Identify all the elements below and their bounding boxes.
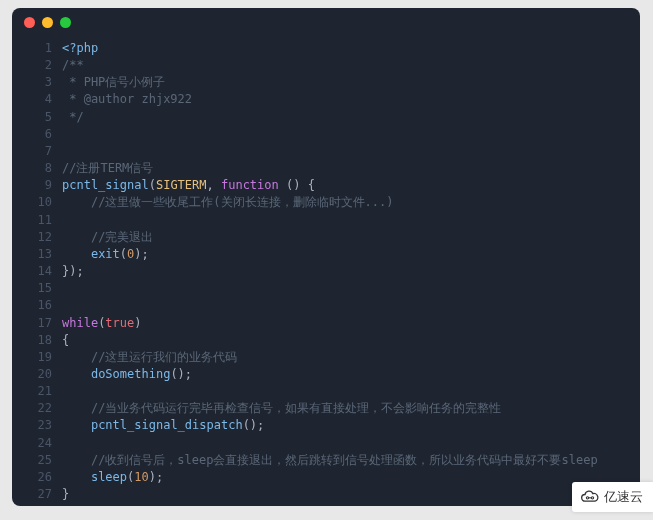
line-number: 27 (12, 486, 62, 503)
code-line: 3 * PHP信号小例子 (12, 74, 640, 91)
code-line: 2/** (12, 57, 640, 74)
line-content: exit(0); (62, 246, 640, 263)
line-content: //这里做一些收尾工作(关闭长连接，删除临时文件...) (62, 194, 640, 211)
line-content (62, 297, 640, 314)
line-content: pcntl_signal_dispatch(); (62, 417, 640, 434)
line-content: * @author zhjx922 (62, 91, 640, 108)
cloud-icon (580, 490, 600, 504)
code-line: 22 //当业务代码运行完毕再检查信号，如果有直接处理，不会影响任务的完整性 (12, 400, 640, 417)
line-content: //当业务代码运行完毕再检查信号，如果有直接处理，不会影响任务的完整性 (62, 400, 640, 417)
line-number: 19 (12, 349, 62, 366)
code-area: 1<?php2/**3 * PHP信号小例子4 * @author zhjx92… (12, 36, 640, 506)
line-number: 22 (12, 400, 62, 417)
line-number: 4 (12, 91, 62, 108)
code-line: 27} (12, 486, 640, 503)
line-number: 24 (12, 435, 62, 452)
line-content: //这里运行我们的业务代码 (62, 349, 640, 366)
minimize-icon[interactable] (42, 17, 53, 28)
code-line: 23 pcntl_signal_dispatch(); (12, 417, 640, 434)
code-line: 12 //完美退出 (12, 229, 640, 246)
line-number: 8 (12, 160, 62, 177)
code-line: 11 (12, 212, 640, 229)
code-line: 16 (12, 297, 640, 314)
line-content: { (62, 332, 640, 349)
line-number: 9 (12, 177, 62, 194)
code-line: 10 //这里做一些收尾工作(关闭长连接，删除临时文件...) (12, 194, 640, 211)
line-content: <?php (62, 40, 640, 57)
line-number: 20 (12, 366, 62, 383)
code-line: 5 */ (12, 109, 640, 126)
line-content (62, 126, 640, 143)
svg-point-1 (591, 497, 593, 499)
code-line: 17while(true) (12, 315, 640, 332)
line-number: 10 (12, 194, 62, 211)
code-line: 21 (12, 383, 640, 400)
code-line: 20 doSomething(); (12, 366, 640, 383)
line-content: }); (62, 263, 640, 280)
code-window: 1<?php2/**3 * PHP信号小例子4 * @author zhjx92… (12, 8, 640, 506)
code-line: 15 (12, 280, 640, 297)
code-line: 6 (12, 126, 640, 143)
line-content: //注册TERM信号 (62, 160, 640, 177)
line-number: 1 (12, 40, 62, 57)
line-number: 17 (12, 315, 62, 332)
line-content (62, 383, 640, 400)
line-content: pcntl_signal(SIGTERM, function () { (62, 177, 640, 194)
code-line: 13 exit(0); (12, 246, 640, 263)
code-line: 9pcntl_signal(SIGTERM, function () { (12, 177, 640, 194)
code-line: 19 //这里运行我们的业务代码 (12, 349, 640, 366)
line-number: 25 (12, 452, 62, 469)
line-number: 2 (12, 57, 62, 74)
zoom-icon[interactable] (60, 17, 71, 28)
line-number: 7 (12, 143, 62, 160)
line-content: sleep(10); (62, 469, 640, 486)
code-line: 25 //收到信号后，sleep会直接退出，然后跳转到信号处理函数，所以业务代码… (12, 452, 640, 469)
line-number: 3 (12, 74, 62, 91)
line-number: 18 (12, 332, 62, 349)
code-line: 18{ (12, 332, 640, 349)
code-line: 26 sleep(10); (12, 469, 640, 486)
watermark: 亿速云 (572, 482, 653, 512)
svg-point-0 (586, 497, 588, 499)
line-content: while(true) (62, 315, 640, 332)
line-number: 5 (12, 109, 62, 126)
line-number: 21 (12, 383, 62, 400)
line-number: 15 (12, 280, 62, 297)
line-number: 14 (12, 263, 62, 280)
code-line: 24 (12, 435, 640, 452)
titlebar (12, 8, 640, 36)
line-content: } (62, 486, 640, 503)
code-line: 14}); (12, 263, 640, 280)
line-content: //收到信号后，sleep会直接退出，然后跳转到信号处理函数，所以业务代码中最好… (62, 452, 640, 469)
line-number: 11 (12, 212, 62, 229)
code-line: 4 * @author zhjx922 (12, 91, 640, 108)
line-number: 13 (12, 246, 62, 263)
close-icon[interactable] (24, 17, 35, 28)
line-content: * PHP信号小例子 (62, 74, 640, 91)
line-number: 16 (12, 297, 62, 314)
line-number: 26 (12, 469, 62, 486)
code-line: 7 (12, 143, 640, 160)
line-number: 12 (12, 229, 62, 246)
line-number: 6 (12, 126, 62, 143)
line-content (62, 143, 640, 160)
line-content (62, 212, 640, 229)
line-number: 23 (12, 417, 62, 434)
code-line: 1<?php (12, 40, 640, 57)
line-content: */ (62, 109, 640, 126)
watermark-text: 亿速云 (604, 488, 643, 506)
line-content (62, 435, 640, 452)
line-content: //完美退出 (62, 229, 640, 246)
code-line: 8//注册TERM信号 (12, 160, 640, 177)
line-content: /** (62, 57, 640, 74)
line-content: doSomething(); (62, 366, 640, 383)
line-content (62, 280, 640, 297)
